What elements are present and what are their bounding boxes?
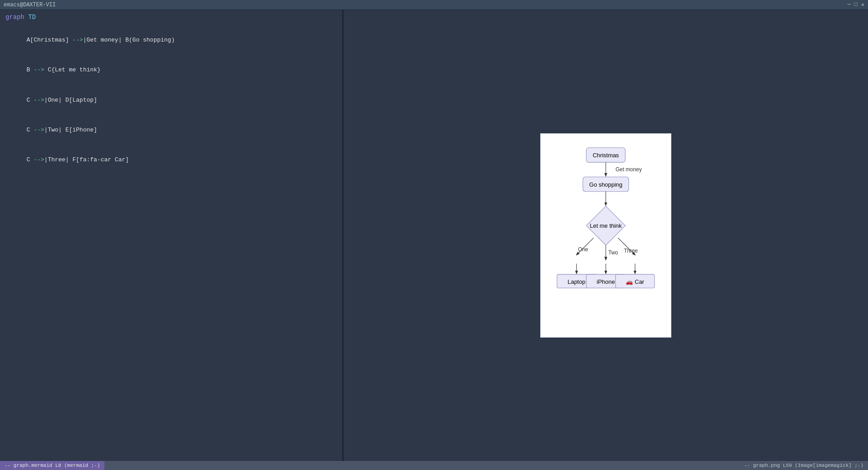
graph-header: graph TD <box>5 14 337 21</box>
graph-direction: TD <box>28 14 36 21</box>
title-bar: emacs@DAXTER-VII — □ ✕ <box>0 0 868 10</box>
christmas-node: Christmas <box>593 152 619 159</box>
iphone-node: iPhone <box>597 278 615 285</box>
editor-pane: graph TD A[Christmas] -->|Get money| B(G… <box>0 10 342 461</box>
flowchart-svg: Christmas Get money Go shopping Let me t… <box>550 143 662 328</box>
window-controls: — □ ✕ <box>847 1 864 8</box>
code-line-4: C -->|Two| E[iPhone] <box>5 115 337 145</box>
go-shopping-node: Go shopping <box>589 181 622 188</box>
status-right: -- graph.png L59 (Image[imagemagick] ;-) <box>740 461 868 470</box>
maximize-button[interactable]: □ <box>854 1 858 8</box>
status-bar: -- graph.mermaid L8 (mermaid ;-) -- grap… <box>0 461 868 470</box>
graph-keyword: graph <box>5 14 28 21</box>
window-title: emacs@DAXTER-VII <box>4 2 56 8</box>
status-left: -- graph.mermaid L8 (mermaid ;-) <box>0 461 104 470</box>
diagram-container: Christmas Get money Go shopping Let me t… <box>540 133 671 338</box>
one-label: One <box>578 247 589 253</box>
let-me-think-node: Let me think <box>590 222 622 229</box>
code-line-1: A[Christmas] -->|Get money| B(Go shoppin… <box>5 25 337 55</box>
laptop-node: Laptop <box>568 278 586 285</box>
code-line-3: C -->|One| D[Laptop] <box>5 85 337 115</box>
minimize-button[interactable]: — <box>847 1 850 8</box>
code-line-5: C -->|Three| F[fa:fa-car Car] <box>5 145 337 175</box>
diagram-pane: Christmas Get money Go shopping Let me t… <box>344 10 868 461</box>
three-label: Three <box>624 248 638 254</box>
main-content: graph TD A[Christmas] -->|Get money| B(G… <box>0 10 868 461</box>
two-label: Two <box>608 249 618 256</box>
code-line-2: B --> C{Let me think} <box>5 55 337 85</box>
car-node: 🚗 Car <box>626 278 644 286</box>
get-money-label: Get money <box>616 166 642 173</box>
close-button[interactable]: ✕ <box>861 1 864 8</box>
